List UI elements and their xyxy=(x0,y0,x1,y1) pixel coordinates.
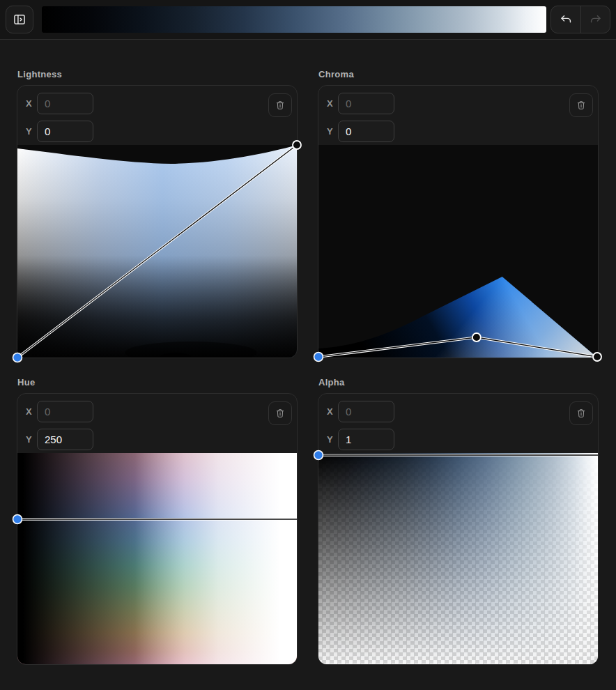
history-group xyxy=(550,6,610,33)
hue-curve xyxy=(17,453,297,664)
chroma-point-end[interactable] xyxy=(593,353,601,361)
lightness-point-end[interactable] xyxy=(293,141,301,149)
sidebar-toggle-button[interactable] xyxy=(6,6,33,33)
toolbar xyxy=(0,0,616,40)
chroma-title: Chroma xyxy=(318,70,599,79)
hue-delete-point-button[interactable] xyxy=(268,401,292,425)
hue-title: Hue xyxy=(17,378,298,388)
hue-point-selected[interactable] xyxy=(13,515,22,524)
alpha-x-input[interactable] xyxy=(338,401,394,422)
undo-icon xyxy=(560,13,573,26)
alpha-canvas[interactable] xyxy=(318,453,598,664)
alpha-point-selected[interactable] xyxy=(314,451,323,460)
trash-icon xyxy=(576,408,587,419)
hue-canvas[interactable] xyxy=(17,453,297,664)
gradient-preview xyxy=(42,6,546,33)
hue-x-input[interactable] xyxy=(37,401,93,422)
alpha-y-input[interactable] xyxy=(338,429,394,450)
lightness-canvas[interactable] xyxy=(17,145,297,358)
lightness-x-input[interactable] xyxy=(37,93,93,114)
redo-icon xyxy=(589,13,602,26)
chroma-panel: X Y xyxy=(318,85,599,358)
y-field-label: Y xyxy=(26,434,37,445)
y-field-label: Y xyxy=(327,126,338,137)
hue-panel: X Y xyxy=(17,393,298,665)
x-field-label: X xyxy=(26,98,37,109)
hue-fields: X Y xyxy=(17,394,297,453)
alpha-panel: X Y xyxy=(318,393,599,665)
panel-left-open-icon xyxy=(13,13,26,26)
y-field-label: Y xyxy=(26,126,37,137)
alpha-fields: X Y xyxy=(318,394,598,453)
chroma-y-input[interactable] xyxy=(338,121,394,142)
lightness-curve xyxy=(17,145,297,358)
y-field-label: Y xyxy=(327,434,338,445)
undo-button[interactable] xyxy=(551,6,580,33)
x-field-label: X xyxy=(327,98,338,109)
chroma-point-mid[interactable] xyxy=(472,333,481,342)
lightness-section: Lightness X Y xyxy=(17,70,298,358)
chroma-curve xyxy=(318,145,598,358)
hue-section: Hue X Y xyxy=(17,378,298,665)
trash-icon xyxy=(275,408,286,419)
lightness-fields: X Y xyxy=(17,86,297,145)
chroma-canvas[interactable] xyxy=(318,145,598,358)
trash-icon xyxy=(576,100,587,111)
chroma-section: Chroma X Y xyxy=(318,70,599,358)
chroma-x-input[interactable] xyxy=(338,93,394,114)
hue-y-input[interactable] xyxy=(37,429,93,450)
alpha-delete-point-button[interactable] xyxy=(569,401,593,425)
x-field-label: X xyxy=(26,406,37,417)
chroma-point-selected[interactable] xyxy=(314,353,323,362)
redo-button[interactable] xyxy=(580,6,610,33)
lightness-point-selected[interactable] xyxy=(13,353,22,362)
lightness-panel: X Y xyxy=(17,85,298,358)
lightness-y-input[interactable] xyxy=(37,121,93,142)
x-field-label: X xyxy=(327,406,338,417)
alpha-title: Alpha xyxy=(318,378,599,388)
chroma-delete-point-button[interactable] xyxy=(569,93,593,117)
trash-icon xyxy=(275,100,286,111)
channel-editor-grid: Lightness X Y xyxy=(0,40,616,690)
alpha-curve xyxy=(318,453,598,664)
chroma-fields: X Y xyxy=(318,86,598,145)
lightness-delete-point-button[interactable] xyxy=(268,93,292,117)
lightness-title: Lightness xyxy=(17,70,298,79)
alpha-section: Alpha X Y xyxy=(318,378,599,665)
